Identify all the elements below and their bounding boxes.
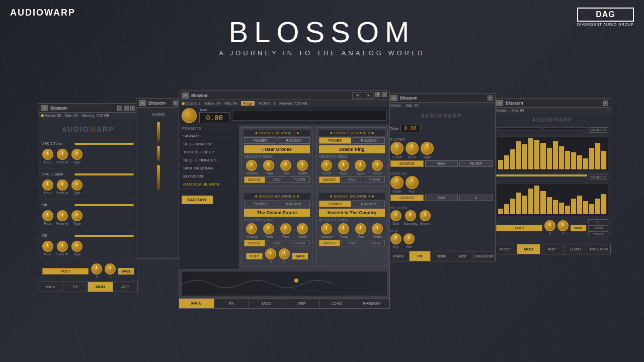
main-tab-main[interactable]: MAIN [179,299,214,308]
leftmid-fader2[interactable] [157,146,160,161]
preset-trouble-deep[interactable]: TROUBLE DEEP [179,148,239,156]
main-tab-arp[interactable]: ARP [284,299,319,308]
right-tab-random[interactable]: RANDOM [473,251,495,261]
rightfar-tab-arp[interactable]: ARP [540,244,564,254]
rightfar-tab-load[interactable]: LOAD [564,244,588,254]
ss4-width-knob[interactable] [372,223,383,234]
ss2-filter-btn[interactable]: FILTER [364,176,385,183]
main-close-button[interactable]: × [382,92,387,97]
main-tab-random[interactable]: RANDOM [354,299,389,308]
left-tab-fx[interactable]: FX [63,282,89,292]
reverb-size-knob[interactable] [390,210,401,221]
ss3-poly-btn[interactable]: POLY [246,253,263,259]
ss1-power-btn[interactable]: POWER [244,137,276,144]
ss3-save-btn[interactable]: SAVE [292,253,308,259]
rightfar-tab-random[interactable]: RANDOM [587,244,611,254]
ss3-x-knob[interactable] [265,248,276,259]
preset-seq-draper[interactable]: SEQ - DRAPER [179,140,239,148]
ss3-tune-knob[interactable] [263,223,274,234]
maximize-button[interactable]: □ [124,106,129,111]
ss3-env-btn[interactable]: ENV [267,240,288,246]
src1-amount-slider[interactable] [74,143,134,145]
ss1-volume-knob[interactable] [246,160,257,171]
rightfar-x-knob[interactable] [544,220,555,231]
ss1-boost-btn[interactable]: BOOST [244,176,265,183]
rightfar-poly-btn[interactable]: POLY [496,225,542,231]
ss2-env-btn[interactable]: ENV [342,176,363,183]
ss2-drive-knob[interactable] [372,160,383,171]
left-x-knob[interactable] [91,263,102,275]
ss4-filter-btn[interactable]: FILTER [364,240,385,246]
off1-amount-slider[interactable] [74,204,134,206]
left-poly-button[interactable]: POLY [42,268,89,275]
off2-type-knob[interactable] [71,241,83,252]
rightfar-close[interactable]: × [603,101,608,106]
off1-rate-knob[interactable] [42,210,53,221]
left-y-knob[interactable] [105,263,116,275]
ss2-random-btn[interactable]: RANDOM [353,137,385,144]
preset-cracked-silence[interactable]: cRACKEd SILENCE [179,180,239,189]
spatial-width-knob[interactable] [390,176,404,189]
preset-sick-obsidian[interactable]: SICK OBSIDIAN [179,164,239,172]
ss1-tune-knob[interactable] [263,160,274,171]
leftmid-fader1[interactable] [157,122,160,142]
close-button[interactable]: × [130,106,135,111]
ss2-reso-knob[interactable] [338,160,349,171]
ss3-pan-knob[interactable] [280,223,291,234]
left-tab-app[interactable]: APP [113,282,138,292]
ss1-pan-knob[interactable] [280,160,291,171]
rightfar-tab-mod[interactable]: MOD [517,244,541,254]
right-tab-arp[interactable]: ARP [452,251,474,261]
spatial-pan-knob[interactable] [406,176,419,189]
src3-type-knob[interactable] [71,179,83,191]
src3-amount-slider[interactable] [74,173,134,175]
tune-knob[interactable] [182,108,197,123]
nav-prev-button[interactable]: ◄ [352,92,362,99]
src1-type-knob[interactable] [71,149,83,160]
factory-button[interactable]: FACTORY [182,196,213,204]
rightfar-save-btn[interactable]: SAVE [571,225,586,231]
ss3-filter-btn[interactable]: FILTER [289,240,310,246]
filter-env-btn[interactable]: ENV [425,160,458,167]
mix-wet-knob[interactable] [404,233,415,244]
filter-filter-btn[interactable]: FILTER [459,160,493,167]
right-close-btn[interactable]: × [488,96,493,101]
src1-rate-knob[interactable] [42,149,53,160]
ss3-power-btn[interactable]: POWER [244,201,276,207]
off1-type-knob[interactable] [71,210,83,221]
main-xy-pad[interactable] [181,271,387,296]
ss2-boost-btn[interactable]: BOOST [319,176,340,183]
filter-reso-knob[interactable] [406,142,419,155]
rightfar-random-btn[interactable]: RANDOM [589,127,608,133]
ss4-volume-knob[interactable] [321,223,332,234]
mix-dry-knob[interactable] [390,233,401,244]
reverb-stereo-knob[interactable] [420,210,431,221]
ss1-random-btn[interactable]: RANDOM [278,137,310,144]
ss2-power-btn[interactable]: POWER [319,137,351,144]
main-tab-fx[interactable]: FX [214,299,250,308]
ss1-filter-btn[interactable]: FILTER [289,176,310,183]
spatial-source-btn[interactable]: SOURCE [390,195,424,201]
ss4-env-btn[interactable]: ENV [342,240,363,246]
mid-random-btn[interactable]: RANDOM [589,174,608,180]
ss4-power-btn[interactable]: POWER [319,201,351,207]
src1-fadein-knob[interactable] [57,149,68,160]
leftmid-close[interactable]: × [173,101,178,106]
src3-rate-knob[interactable] [42,179,53,191]
filter-type-knob[interactable] [421,142,434,155]
ss1-env-btn[interactable]: ENV [267,176,288,183]
left-tab-main[interactable]: MAIN [38,282,63,292]
preset-seq-2fingers[interactable]: SEQ - 2 FINGERS [179,156,239,164]
rightfar-y-knob[interactable] [557,220,569,231]
off2-rate-knob[interactable] [42,241,53,252]
mid-slider[interactable] [496,174,587,176]
ss4-random-btn[interactable]: RANDOM [353,201,385,207]
src3-fadein-knob[interactable] [57,179,68,191]
spatial-env-btn[interactable]: ENV [425,195,458,201]
nav-next-button[interactable]: ► [364,92,374,99]
filter-source-btn[interactable]: SOURCE [390,160,424,167]
right-tab-mod[interactable]: MOD [431,251,452,261]
up-button[interactable]: UP [588,219,608,224]
rightfar-tab-poly[interactable]: POLY [494,244,517,254]
filter-cutoff-knob[interactable] [390,142,404,155]
